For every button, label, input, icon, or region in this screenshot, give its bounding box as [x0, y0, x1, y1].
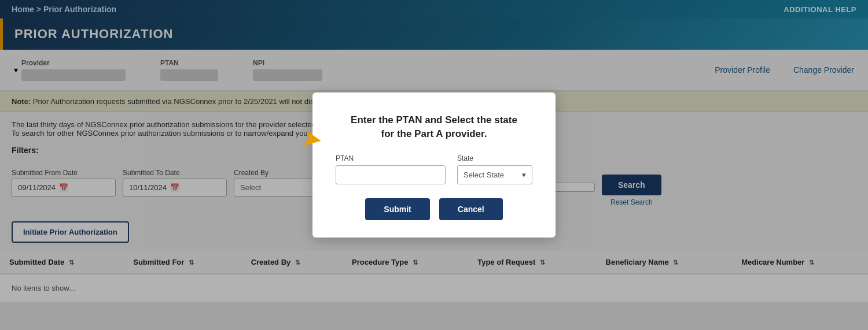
- modal-state-placeholder: Select State: [464, 170, 504, 179]
- modal-state-select[interactable]: Select State ▾: [457, 165, 532, 184]
- modal-overlay: ➤ Enter the PTAN and Select the state fo…: [0, 0, 868, 330]
- modal-fields: PTAN State Select State ▾: [336, 154, 532, 184]
- modal-state-chevron: ▾: [522, 170, 526, 179]
- modal-title: Enter the PTAN and Select the state for …: [336, 113, 532, 141]
- modal-ptan-field: PTAN: [336, 154, 446, 184]
- modal-submit-button[interactable]: Submit: [365, 198, 429, 220]
- modal-state-label: State: [457, 154, 532, 162]
- modal-dialog: ➤ Enter the PTAN and Select the state fo…: [312, 92, 556, 238]
- modal-arrow-icon: ➤: [300, 123, 325, 154]
- modal-state-field: State Select State ▾: [457, 154, 532, 184]
- modal-cancel-button[interactable]: Cancel: [439, 198, 503, 220]
- modal-ptan-label: PTAN: [336, 154, 446, 162]
- modal-buttons: Submit Cancel: [336, 198, 532, 220]
- modal-ptan-input[interactable]: [336, 165, 446, 184]
